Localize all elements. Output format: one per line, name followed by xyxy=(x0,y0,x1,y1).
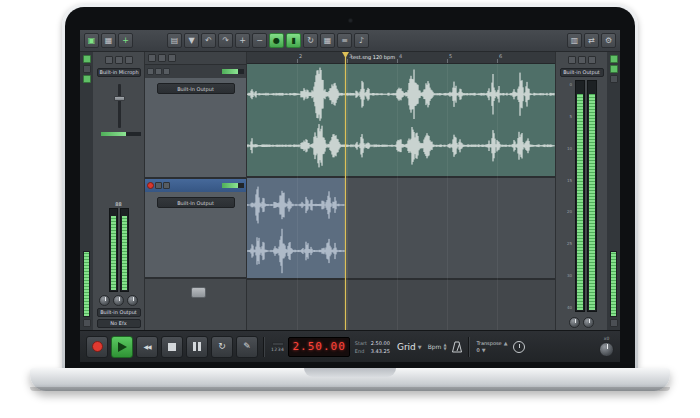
track-2[interactable]: Built-In Output xyxy=(145,179,246,279)
output-pan-knob[interactable] xyxy=(569,317,580,328)
volume-fader-handle[interactable] xyxy=(114,96,125,101)
output-settings-icon[interactable] xyxy=(578,56,586,64)
end-label: End xyxy=(355,348,368,354)
track-2-header[interactable] xyxy=(145,179,246,192)
track-1-lane[interactable] xyxy=(247,64,555,178)
count-in-control[interactable]: 1234 xyxy=(271,342,284,352)
track-1-solo-icon[interactable] xyxy=(155,68,162,75)
record-mode-icon[interactable]: ● xyxy=(269,33,284,48)
track-1-output-button[interactable]: Built-In Output xyxy=(157,83,235,94)
track-1[interactable]: Built-In Output xyxy=(145,65,246,179)
bpm-spinner-icon[interactable]: ▲▼ xyxy=(443,343,446,351)
settings-icon[interactable]: ⚙ xyxy=(601,33,616,48)
ruler-tick xyxy=(397,59,398,63)
zoom-out-icon[interactable]: − xyxy=(252,33,267,48)
timeline-ruler[interactable]: test.sng 120 bpm 23456 xyxy=(247,52,555,64)
dock-record-icon[interactable] xyxy=(83,55,91,63)
track-2-output-button[interactable]: Built-In Output xyxy=(157,197,235,208)
metronome-icon[interactable] xyxy=(451,341,463,353)
live-monitor-icon[interactable]: ▮ xyxy=(286,33,301,48)
pan-knob[interactable] xyxy=(99,295,110,306)
end-value[interactable]: 3.43.25 xyxy=(371,348,390,354)
sync-icon[interactable]: ⇄ xyxy=(584,33,599,48)
track-2-mute-icon[interactable] xyxy=(155,182,162,189)
track-1-meter xyxy=(222,69,244,74)
zoom-in-icon[interactable]: + xyxy=(235,33,250,48)
mixer-view-icon[interactable]: ≡ xyxy=(337,33,352,48)
track-2-record-arm-icon[interactable] xyxy=(147,182,154,189)
audio-region-track-2[interactable] xyxy=(247,178,346,278)
right-dock-option-icon[interactable] xyxy=(610,319,618,327)
right-dock-meter-icon[interactable] xyxy=(610,55,618,63)
bpm-control[interactable]: Bpm ▲▼ xyxy=(428,343,447,351)
send-knob[interactable] xyxy=(127,295,138,306)
add-track-icon[interactable]: + xyxy=(118,33,133,48)
grid-label: Grid xyxy=(397,342,416,352)
clock-icon[interactable] xyxy=(513,341,525,353)
meter-scale-tick: 0 xyxy=(567,82,572,87)
record-button[interactable] xyxy=(86,336,108,358)
loop-button[interactable]: ↻ xyxy=(211,336,233,358)
channel-knobs xyxy=(99,295,138,306)
track-1-fx-icon[interactable] xyxy=(163,68,170,75)
pause-button[interactable] xyxy=(186,336,208,358)
playback-speed-knob[interactable] xyxy=(599,342,614,357)
start-value[interactable]: 2.50.00 xyxy=(371,340,390,346)
save-song-icon[interactable]: ▼ xyxy=(184,33,199,48)
grid-select[interactable]: Grid ▼ xyxy=(397,342,422,352)
transport-bar: ◀◀ ↻ ✎ 1234 2.50.00 Start 2.50.00 End 3.… xyxy=(80,330,620,362)
loop-mode-icon[interactable]: ↻ xyxy=(303,33,318,48)
channel-settings-icon[interactable] xyxy=(125,56,133,64)
channel-solo-icon[interactable] xyxy=(115,56,123,64)
piano-roll-icon[interactable]: ♪ xyxy=(354,33,369,48)
add-track-button[interactable] xyxy=(191,287,206,298)
bpm-label: Bpm xyxy=(428,343,442,350)
transpose-value[interactable]: 0 xyxy=(477,347,480,353)
ruler-tick xyxy=(497,59,498,63)
undo-icon[interactable]: ↶ xyxy=(201,33,216,48)
redo-icon[interactable]: ↷ xyxy=(218,33,233,48)
input-level-meters xyxy=(109,208,129,292)
transpose-control[interactable]: Transpose ▲ 0 ▼ xyxy=(477,340,508,353)
page: ▣▦+ ▤▼↶↷+−●▮↻▦≡♪ ▥⇄⚙ Built- xyxy=(0,0,700,418)
track-view-icon[interactable] xyxy=(168,54,176,62)
transpose-down-icon[interactable]: ▼ xyxy=(482,347,486,353)
output-mute-icon[interactable] xyxy=(568,56,576,64)
open-song-icon[interactable]: ▤ xyxy=(167,33,182,48)
track-1-mute-icon[interactable] xyxy=(147,68,154,75)
playhead[interactable] xyxy=(345,52,346,330)
track-2-solo-icon[interactable] xyxy=(163,182,170,189)
play-button[interactable] xyxy=(111,336,133,358)
track-1-header[interactable] xyxy=(145,65,246,78)
channel-mute-icon[interactable] xyxy=(105,56,113,64)
meter-scale-tick: 15 xyxy=(567,178,572,183)
right-dock-monitor-icon[interactable] xyxy=(610,65,618,73)
rewind-button[interactable]: ◀◀ xyxy=(136,336,158,358)
output-volume-knob[interactable] xyxy=(583,317,594,328)
dock-toggle-icon[interactable]: ▣ xyxy=(84,33,99,48)
output-fx-icon[interactable] xyxy=(588,56,596,64)
snap-grid-icon[interactable]: ▦ xyxy=(320,33,335,48)
channel-fx-label[interactable]: No Efx xyxy=(97,319,141,328)
track-2-lane[interactable] xyxy=(247,178,555,280)
stop-icon xyxy=(168,343,176,351)
draw-tool-button[interactable]: ✎ xyxy=(236,336,258,358)
meter-value: 88 xyxy=(115,201,121,207)
transpose-up-icon[interactable]: ▲ xyxy=(504,340,508,346)
track-list-icon[interactable] xyxy=(148,54,156,62)
toolbar-right-group: ▥⇄⚙ xyxy=(567,33,616,48)
track-group-icon[interactable] xyxy=(158,54,166,62)
gain-knob[interactable] xyxy=(113,295,124,306)
ruler-tick-number: 2 xyxy=(299,53,302,59)
dock-meter-icon[interactable] xyxy=(83,75,91,83)
arrange-area[interactable]: test.sng 120 bpm 23456 xyxy=(247,52,555,330)
output-channel-strip: Built-in Output 05101520253040 xyxy=(555,52,607,330)
right-dock-tool-icon[interactable] xyxy=(610,75,618,83)
layout-icon[interactable]: ▦ xyxy=(101,33,116,48)
meter-scale-tick: 20 xyxy=(567,209,572,214)
stop-button[interactable] xyxy=(161,336,183,358)
meters-view-icon[interactable]: ▥ xyxy=(567,33,582,48)
channel-output-label[interactable]: Built-in Output xyxy=(97,308,141,317)
dock-option-icon[interactable] xyxy=(83,319,91,327)
dock-tool-icon[interactable] xyxy=(83,65,91,73)
